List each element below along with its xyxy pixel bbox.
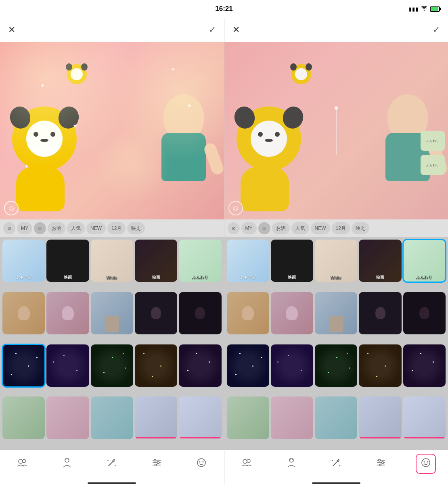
left-tab-oshou[interactable]: お洒	[48, 222, 65, 234]
left-tab-face[interactable]: ☺	[34, 222, 46, 234]
svg-line-6	[109, 461, 113, 466]
right-filter-photo1[interactable]	[227, 292, 269, 334]
right-check-button[interactable]: ✓	[433, 25, 440, 35]
left-filter-photo2[interactable]	[46, 292, 89, 334]
left-check-button[interactable]: ✓	[209, 25, 216, 35]
left-tab-bae[interactable]: 映え	[127, 222, 145, 234]
right-filter-eiga[interactable]: 映画	[271, 240, 313, 282]
left-filter-bot1[interactable]	[2, 396, 45, 439]
left-filter-ar1[interactable]	[135, 396, 177, 439]
right-nav-avatar[interactable]	[281, 454, 301, 474]
right-close-button[interactable]: ✕	[232, 25, 240, 35]
right-filter-sharp[interactable]: シャープ	[227, 240, 269, 282]
left-filter-star4[interactable]	[135, 344, 177, 387]
right-nav-face[interactable]	[416, 454, 436, 474]
right-face-icon[interactable]: ☺	[228, 201, 243, 215]
svg-point-15	[157, 462, 159, 464]
right-filter-photo2[interactable]	[271, 292, 313, 334]
svg-text:✦: ✦	[107, 459, 109, 462]
right-tab-face[interactable]: ☺	[258, 222, 270, 234]
right-chimmy-head	[237, 106, 301, 171]
left-close-button[interactable]: ✕	[8, 25, 15, 35]
left-filter-star3[interactable]	[91, 344, 133, 387]
right-filter-eiga2[interactable]: 映画	[359, 240, 401, 282]
right-filter-funwari-label: ふんわり	[403, 275, 446, 280]
wand-icon: ✦ ✦	[107, 458, 117, 470]
right-small-chimmy	[291, 64, 315, 88]
right-nav-effects[interactable]: ✦ ✦	[326, 454, 346, 474]
right-filter-star1[interactable]	[227, 344, 269, 387]
right-tab-ninki[interactable]: 人気	[291, 222, 309, 234]
right-tab-my[interactable]: MY	[241, 222, 257, 234]
right-chimmy-nose	[265, 139, 273, 142]
left-panel: ✕ ✓	[0, 18, 224, 484]
left-nav-effects[interactable]: ✦ ✦	[102, 454, 122, 474]
right-filter-thumb1-label: ふんわり	[426, 139, 439, 143]
left-tab-12gatsu[interactable]: 12月	[107, 222, 126, 234]
left-tab-my[interactable]: MY	[17, 222, 32, 234]
right-tool-bar	[336, 106, 337, 155]
left-nav-face[interactable]	[191, 454, 211, 474]
chimmy-eye-left	[33, 132, 38, 137]
left-filter-funwari[interactable]: ふんわり	[179, 240, 221, 282]
right-tab-12gatsu[interactable]: 12月	[332, 222, 350, 234]
left-filter-photo1[interactable]	[2, 292, 45, 334]
right-filter-tabs: ⊘ MY ☺ お洒 人気 NEW 12月 映え	[224, 219, 448, 237]
right-tool-handle[interactable]	[335, 106, 338, 110]
right-filter-bot3[interactable]	[315, 396, 357, 439]
left-face-icon[interactable]: ☺	[4, 201, 19, 215]
right-filter-ar2[interactable]	[403, 396, 446, 439]
right-filter-photo4[interactable]	[359, 292, 401, 334]
right-filter-bot2[interactable]	[271, 396, 313, 439]
right-tab-none[interactable]: ⊘	[228, 222, 240, 234]
left-tab-none[interactable]: ⊘	[3, 222, 15, 234]
right-nav-adjust[interactable]	[371, 454, 391, 474]
right-nav-group[interactable]	[237, 454, 257, 474]
right-filter-star4[interactable]	[359, 344, 401, 387]
right-filter-photo3[interactable]	[315, 292, 357, 334]
right-filter-photo5[interactable]	[403, 292, 446, 334]
left-filter-sharp[interactable]: シャープ	[2, 240, 45, 282]
right-image-area: ふんわり ふんわり ☺	[224, 42, 448, 219]
left-filter-star1[interactable]	[2, 344, 45, 387]
left-filter-bot3[interactable]	[91, 396, 133, 439]
left-tab-new[interactable]: NEW	[86, 222, 106, 234]
left-filter-white[interactable]: White	[91, 240, 133, 282]
left-filter-eiga[interactable]: 映画	[46, 240, 89, 282]
right-filter-thumb2[interactable]: ふんわり	[421, 155, 445, 175]
right-filter-bot1[interactable]	[227, 396, 269, 439]
right-tab-oshou[interactable]: お洒	[272, 222, 290, 234]
right-filter-star2[interactable]	[271, 344, 313, 387]
svg-point-0	[424, 10, 425, 10]
left-filter-photo4[interactable]	[135, 292, 177, 334]
left-filter-star2[interactable]	[46, 344, 89, 387]
left-filter-bot2[interactable]	[46, 396, 89, 439]
left-filter-ar2[interactable]	[179, 396, 221, 439]
right-filter-eiga2-label: 映画	[359, 275, 401, 280]
left-nav-group[interactable]	[12, 454, 32, 474]
left-filter-eiga2[interactable]: 映画	[135, 240, 177, 282]
left-nav-avatar[interactable]	[57, 454, 77, 474]
right-tab-new[interactable]: NEW	[311, 222, 330, 234]
right-filter-funwari[interactable]: ふんわり	[403, 240, 446, 282]
right-home-bar	[312, 482, 360, 484]
right-no-filter-icon: ⊘	[232, 225, 236, 231]
left-tab-ninki[interactable]: 人気	[67, 222, 85, 234]
left-chimmy-character	[4, 98, 85, 211]
svg-point-16	[155, 464, 157, 466]
left-filter-photo3[interactable]	[91, 292, 133, 334]
right-filter-star5[interactable]	[403, 344, 446, 387]
right-filter-star3[interactable]	[315, 344, 357, 387]
right-filter-white[interactable]: White	[315, 240, 357, 282]
left-filter-photo5[interactable]	[179, 292, 221, 334]
left-home-indicator	[0, 482, 224, 484]
status-icons: ▮▮▮	[409, 6, 440, 12]
face-nav-icon	[197, 458, 206, 470]
right-filter-thumb1[interactable]: ふんわり	[421, 131, 445, 151]
right-chimmy-ear-right	[280, 104, 306, 131]
right-tab-bae[interactable]: 映え	[352, 222, 369, 234]
right-filter-ar1[interactable]	[359, 396, 401, 439]
left-filter-star5[interactable]	[179, 344, 221, 387]
left-nav-adjust[interactable]	[147, 454, 167, 474]
svg-point-2	[23, 459, 26, 463]
